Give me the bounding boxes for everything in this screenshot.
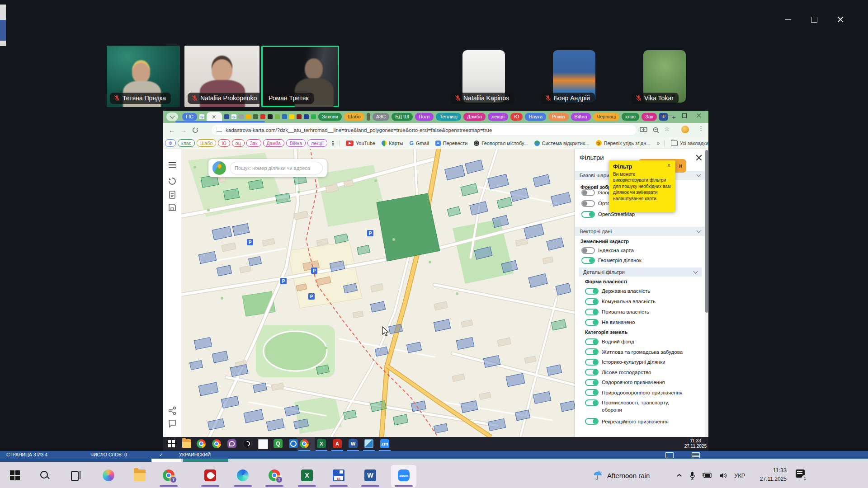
tab-pill[interactable]: Війна [571, 113, 591, 121]
search-icon[interactable] [39, 469, 51, 481]
zoom-icon[interactable]: zm [380, 439, 389, 448]
taskbar-clock[interactable]: 11:33 27.11.2025 [751, 466, 787, 483]
bookmark-pill[interactable]: Ю [218, 139, 230, 147]
notification-button[interactable]: 1 [796, 469, 807, 480]
tab-pill[interactable]: Рожів [548, 113, 569, 121]
filter-toggle-row[interactable]: Геометрія ділянок [581, 256, 642, 264]
bookmark-item[interactable]: YouTube [346, 141, 375, 146]
section-vector-data[interactable]: Векторні дані [575, 227, 705, 236]
address-bar[interactable]: kadastrova-karta.com/?dzk__atu_terhromad… [212, 125, 636, 135]
spellcheck-icon[interactable]: ✓ [159, 452, 163, 457]
obs-icon[interactable] [243, 439, 252, 448]
bookmark-item[interactable]: AПеревести [435, 141, 468, 146]
apps-grid-icon[interactable] [332, 141, 335, 146]
bookmark-pill[interactable]: Війна [286, 139, 306, 147]
chrome-icon[interactable]: T [269, 469, 280, 481]
profile-avatar[interactable] [681, 126, 689, 133]
toggle-switch[interactable] [585, 338, 599, 345]
language-indicator[interactable]: УКР [734, 472, 745, 479]
favicon-icon[interactable] [297, 114, 302, 119]
favicon-icon[interactable] [311, 114, 316, 119]
favicon-icon[interactable] [239, 114, 244, 119]
bookmark-pill[interactable]: Ф [165, 139, 176, 147]
chrome-icon[interactable] [300, 439, 309, 448]
toggle-switch[interactable] [585, 399, 599, 406]
word-icon[interactable]: W [364, 469, 376, 481]
panel-close-icon[interactable] [696, 155, 702, 161]
install-icon[interactable] [640, 127, 647, 133]
word-view-icon[interactable] [665, 452, 674, 458]
word-page-count[interactable]: СТРАНИЦА 3 ИЗ 4 [6, 452, 47, 457]
favicon-icon[interactable] [289, 114, 294, 119]
favicon-icon[interactable] [246, 114, 251, 119]
bookmark-item[interactable]: Геопортал містобу... [474, 141, 528, 146]
word-view-icon[interactable] [692, 452, 700, 458]
speaker-icon[interactable] [719, 472, 727, 479]
refresh-icon[interactable] [167, 176, 177, 186]
bookmark-item[interactable]: GGmail [410, 140, 429, 146]
filter-toggle-row[interactable]: Рекреаційного призначення [585, 418, 669, 426]
reload-button[interactable] [192, 127, 198, 133]
chrome-icon[interactable]: T [163, 469, 175, 481]
microphone-icon[interactable] [689, 471, 695, 480]
save-icon[interactable] [167, 202, 177, 212]
scrollbar-thumb[interactable] [0, 20, 6, 41]
excel-icon[interactable]: X [301, 469, 313, 481]
favicon-icon[interactable] [304, 114, 309, 119]
participant-tile[interactable]: Nataliia Prokopenko [184, 46, 259, 107]
tab-pill[interactable]: Полт [415, 113, 434, 121]
copilot-icon[interactable] [103, 469, 114, 481]
close-icon[interactable] [697, 113, 701, 118]
favicon-icon[interactable] [224, 114, 229, 119]
word-word-count[interactable]: ЧИСЛО СЛОВ: 0 [90, 452, 127, 457]
participant-tile[interactable]: Nataliia Kapinos [448, 46, 520, 107]
site-settings-icon[interactable] [217, 128, 222, 132]
word-language[interactable]: УКРАИНСКИЙ [179, 452, 211, 457]
back-button[interactable]: ← [169, 127, 175, 134]
presenter-clock[interactable]: 11:33 27.11.2025 [684, 438, 707, 449]
participant-tile[interactable]: Vika Tokar [628, 46, 701, 107]
tab-pill[interactable]: Ψ [659, 113, 668, 121]
filter-toggle-row[interactable]: Оздоровчого призначення [585, 378, 665, 386]
toggle-switch[interactable] [585, 379, 599, 386]
toggle-switch[interactable] [585, 369, 599, 375]
toggle-switch[interactable] [585, 359, 599, 366]
tray-chevron-up-icon[interactable] [676, 472, 683, 479]
chat-icon[interactable] [167, 418, 177, 428]
favicon-icon[interactable] [253, 114, 258, 119]
notepad-icon[interactable] [258, 439, 267, 448]
word-icon[interactable]: W [349, 439, 358, 448]
maximize-icon[interactable] [682, 113, 687, 118]
acrobat-icon[interactable]: A [333, 439, 342, 448]
start-icon[interactable] [167, 439, 176, 448]
scrollbar-thumb[interactable] [705, 150, 708, 313]
filter-toggle-row[interactable]: Приватна власність [585, 308, 649, 316]
toggle-switch[interactable] [581, 247, 595, 254]
battery-icon[interactable] [702, 472, 712, 479]
bookmark-pill[interactable]: клас [178, 139, 195, 147]
tab-pill[interactable] [367, 113, 370, 121]
url-text[interactable]: kadastrova-karta.com/?dzk__atu_terhromad… [226, 127, 492, 133]
tab-pill[interactable]: клас [622, 113, 639, 121]
search-input[interactable] [230, 162, 323, 174]
tab-pill[interactable]: Ю [510, 113, 523, 121]
zoom-icon[interactable]: zoom [398, 469, 410, 481]
edge-icon[interactable] [237, 469, 249, 481]
filter-toggle-row[interactable]: Природоохоронного призначення [585, 389, 683, 397]
start-icon[interactable] [9, 469, 21, 481]
favicon-icon[interactable] [275, 114, 280, 119]
toggle-switch[interactable] [581, 189, 595, 196]
forward-button[interactable]: → [180, 127, 187, 134]
participant-tile[interactable]: Тетяна Прядка [107, 46, 180, 107]
tab-pill[interactable]: Закони [318, 113, 342, 121]
toggle-switch[interactable] [585, 298, 599, 305]
favicon-icon[interactable] [282, 114, 287, 119]
bookmark-star-icon[interactable]: ☆ [664, 125, 670, 132]
qgis-icon[interactable]: Q [274, 439, 283, 448]
close-button[interactable] [834, 14, 847, 25]
zoom-out-icon[interactable] [652, 127, 660, 134]
share-network-icon[interactable] [167, 406, 177, 416]
tooltip-close[interactable]: x [668, 163, 670, 168]
tab-pill[interactable]: АЗС [373, 113, 390, 121]
filter-toggle-row[interactable]: Житлова та громадська забудова [585, 348, 683, 356]
